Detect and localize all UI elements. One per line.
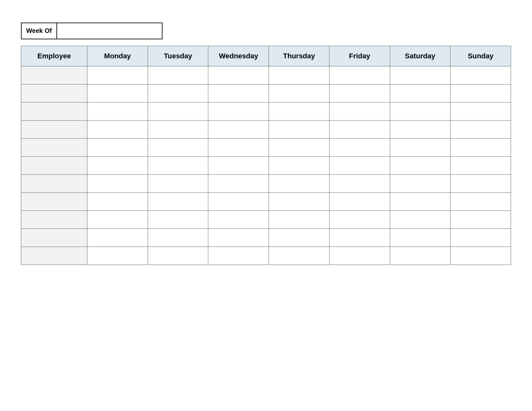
schedule-cell[interactable] bbox=[87, 193, 148, 211]
schedule-cell[interactable] bbox=[87, 157, 148, 175]
schedule-cell[interactable] bbox=[329, 84, 390, 103]
schedule-cell[interactable] bbox=[148, 157, 208, 175]
week-of-input[interactable] bbox=[57, 23, 162, 39]
schedule-cell[interactable] bbox=[148, 211, 208, 229]
table-row bbox=[21, 103, 511, 121]
schedule-cell[interactable] bbox=[148, 175, 208, 193]
header-employee: Employee bbox=[21, 46, 87, 66]
schedule-cell[interactable] bbox=[450, 175, 511, 193]
employee-cell[interactable] bbox=[21, 103, 87, 121]
table-row bbox=[21, 157, 511, 175]
schedule-cell[interactable] bbox=[208, 211, 269, 229]
schedule-cell[interactable] bbox=[269, 175, 330, 193]
employee-cell[interactable] bbox=[21, 175, 87, 193]
table-row bbox=[21, 193, 511, 211]
schedule-cell[interactable] bbox=[87, 66, 148, 84]
schedule-cell[interactable] bbox=[390, 229, 450, 247]
employee-cell[interactable] bbox=[21, 193, 87, 211]
schedule-cell[interactable] bbox=[390, 157, 450, 175]
schedule-cell[interactable] bbox=[390, 175, 450, 193]
schedule-cell[interactable] bbox=[148, 229, 208, 247]
employee-cell[interactable] bbox=[21, 229, 87, 247]
schedule-cell[interactable] bbox=[329, 247, 390, 265]
schedule-cell[interactable] bbox=[329, 193, 390, 211]
schedule-cell[interactable] bbox=[87, 84, 148, 103]
schedule-cell[interactable] bbox=[208, 247, 269, 265]
schedule-cell[interactable] bbox=[148, 103, 208, 121]
schedule-cell[interactable] bbox=[329, 175, 390, 193]
schedule-cell[interactable] bbox=[208, 139, 269, 157]
employee-cell[interactable] bbox=[21, 157, 87, 175]
schedule-cell[interactable] bbox=[450, 139, 511, 157]
schedule-cell[interactable] bbox=[329, 103, 390, 121]
schedule-cell[interactable] bbox=[450, 84, 511, 103]
schedule-cell[interactable] bbox=[87, 121, 148, 139]
schedule-cell[interactable] bbox=[269, 84, 330, 103]
schedule-cell[interactable] bbox=[329, 139, 390, 157]
schedule-cell[interactable] bbox=[329, 157, 390, 175]
schedule-cell[interactable] bbox=[269, 121, 330, 139]
schedule-cell[interactable] bbox=[208, 84, 269, 103]
schedule-cell[interactable] bbox=[269, 139, 330, 157]
schedule-cell[interactable] bbox=[87, 211, 148, 229]
schedule-cell[interactable] bbox=[269, 66, 330, 84]
schedule-cell[interactable] bbox=[208, 121, 269, 139]
schedule-cell[interactable] bbox=[390, 84, 450, 103]
schedule-cell[interactable] bbox=[87, 139, 148, 157]
schedule-cell[interactable] bbox=[450, 157, 511, 175]
schedule-cell[interactable] bbox=[269, 157, 330, 175]
schedule-cell[interactable] bbox=[450, 193, 511, 211]
schedule-cell[interactable] bbox=[450, 211, 511, 229]
schedule-cell[interactable] bbox=[390, 121, 450, 139]
schedule-cell[interactable] bbox=[390, 103, 450, 121]
table-row bbox=[21, 139, 511, 157]
employee-cell[interactable] bbox=[21, 247, 87, 265]
employee-cell[interactable] bbox=[21, 84, 87, 103]
schedule-cell[interactable] bbox=[269, 247, 330, 265]
schedule-cell[interactable] bbox=[390, 193, 450, 211]
schedule-cell[interactable] bbox=[269, 211, 330, 229]
employee-cell[interactable] bbox=[21, 121, 87, 139]
schedule-cell[interactable] bbox=[87, 247, 148, 265]
schedule-cell[interactable] bbox=[148, 139, 208, 157]
header-sunday: Sunday bbox=[450, 46, 511, 66]
schedule-cell[interactable] bbox=[450, 247, 511, 265]
table-row bbox=[21, 66, 511, 84]
schedule-cell[interactable] bbox=[329, 229, 390, 247]
schedule-cell[interactable] bbox=[208, 193, 269, 211]
schedule-cell[interactable] bbox=[148, 121, 208, 139]
schedule-cell[interactable] bbox=[269, 103, 330, 121]
schedule-cell[interactable] bbox=[329, 66, 390, 84]
schedule-cell[interactable] bbox=[87, 175, 148, 193]
schedule-cell[interactable] bbox=[148, 247, 208, 265]
schedule-cell[interactable] bbox=[208, 66, 269, 84]
employee-cell[interactable] bbox=[21, 139, 87, 157]
schedule-cell[interactable] bbox=[329, 121, 390, 139]
schedule-cell[interactable] bbox=[390, 139, 450, 157]
schedule-cell[interactable] bbox=[148, 193, 208, 211]
schedule-cell[interactable] bbox=[208, 229, 269, 247]
schedule-cell[interactable] bbox=[269, 193, 330, 211]
schedule-cell[interactable] bbox=[87, 103, 148, 121]
schedule-cell[interactable] bbox=[329, 211, 390, 229]
schedule-cell[interactable] bbox=[390, 247, 450, 265]
schedule-cell[interactable] bbox=[450, 121, 511, 139]
schedule-cell[interactable] bbox=[390, 211, 450, 229]
schedule-cell[interactable] bbox=[450, 103, 511, 121]
employee-cell[interactable] bbox=[21, 211, 87, 229]
table-row bbox=[21, 229, 511, 247]
employee-cell[interactable] bbox=[21, 66, 87, 84]
schedule-cell[interactable] bbox=[208, 103, 269, 121]
schedule-cell[interactable] bbox=[450, 229, 511, 247]
schedule-cell[interactable] bbox=[148, 84, 208, 103]
schedule-cell[interactable] bbox=[450, 66, 511, 84]
schedule-cell[interactable] bbox=[390, 66, 450, 84]
schedule-cell[interactable] bbox=[208, 157, 269, 175]
schedule-cell[interactable] bbox=[208, 175, 269, 193]
schedule-cell[interactable] bbox=[148, 66, 208, 84]
schedule-cell[interactable] bbox=[87, 229, 148, 247]
schedule-cell[interactable] bbox=[269, 229, 330, 247]
schedule-table: Employee Monday Tuesday Wednesday Thursd… bbox=[21, 46, 511, 265]
table-row bbox=[21, 247, 511, 265]
table-row bbox=[21, 84, 511, 103]
